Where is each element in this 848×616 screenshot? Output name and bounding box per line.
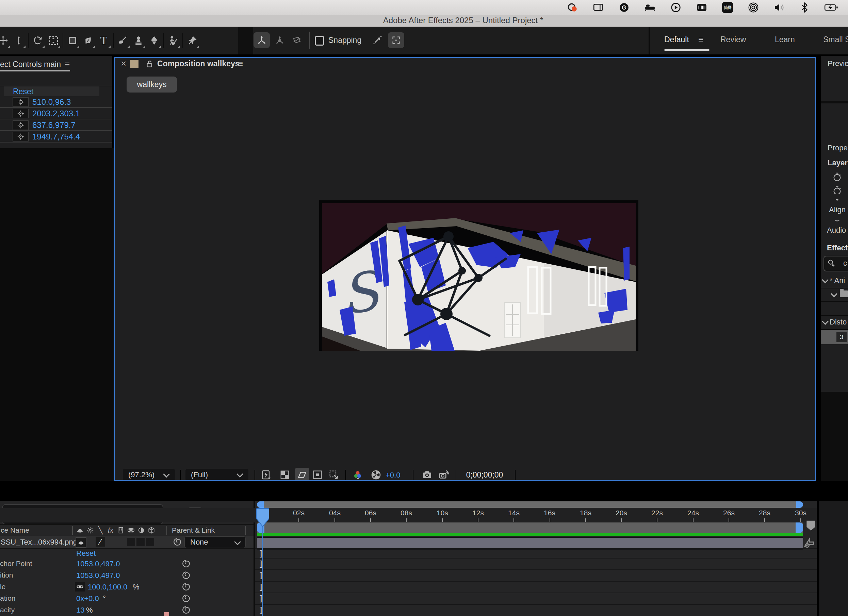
lock-open-icon[interactable] [145,59,153,68]
bluetooth-icon[interactable] [801,2,809,13]
snapping-checkbox[interactable] [315,36,324,46]
rotate-tool[interactable] [30,30,46,51]
scrollbar-handle-right[interactable] [796,501,803,508]
show-snapshot-icon[interactable] [439,469,449,480]
scale-link-toggle[interactable] [75,582,85,591]
transparency-grid-icon[interactable] [279,469,290,480]
effect-reset-link[interactable]: Reset [13,87,33,96]
properties-panel-tab[interactable]: Prope [827,144,848,153]
shy-header-icon[interactable] [75,527,85,534]
pickwhip-icon[interactable] [182,559,191,568]
layer-row[interactable]: SSU_Tex...06x994.png ∕ None [0,536,254,549]
frame-blend-header-icon[interactable] [116,527,126,534]
composition-viewport[interactable]: S [319,200,638,351]
volume-icon[interactable] [774,2,786,13]
layer-switch-box[interactable] [136,538,145,546]
playhead-handle[interactable] [256,508,269,527]
time-ruler[interactable]: 00s 02s 04s 06s 08s 10s 12s 14s 16s 18s … [0,508,817,523]
point-picker-button[interactable] [13,109,28,118]
source-name-header[interactable]: ce Name [1,526,29,535]
pen-tool[interactable] [80,30,96,51]
property-value[interactable]: 13 [76,606,85,615]
property-value[interactable]: 1053.0,497.0 [76,560,120,569]
layer-switch-box[interactable] [146,538,154,546]
play-circle-icon[interactable] [670,2,681,13]
orbit-camera-tool[interactable] [46,30,61,51]
effect-controls-title[interactable]: ect Controls main [0,60,61,69]
roto-brush-tool[interactable] [165,30,181,51]
workspace-menu-icon[interactable]: ≡ [698,34,703,45]
workspace-tab-default[interactable]: Default [664,35,689,44]
point-value[interactable]: 637.6,979.7 [32,120,76,130]
layer-quality-toggle[interactable]: ∕ [96,537,105,546]
parent-link-header[interactable]: Parent & Link [172,526,215,535]
exposure-value[interactable]: +0.0 [385,471,400,480]
brush-tool[interactable] [115,30,130,51]
align-panel-tab[interactable]: Align [829,206,846,214]
screen-record-icon[interactable] [567,2,578,13]
layer-switch-box[interactable] [127,538,135,546]
point-value[interactable]: 510.0,96.3 [32,97,71,107]
battery-icon[interactable] [824,2,839,13]
point-picker-button[interactable] [13,132,28,142]
parent-pickwhip-icon[interactable] [173,538,182,546]
panel-menu-icon[interactable]: ≡ [65,59,70,70]
point-value[interactable]: 2003.2,303.1 [32,109,80,118]
snap-along-edges-icon[interactable] [372,34,383,46]
bed-icon[interactable] [645,2,655,13]
puppet-pin-tool[interactable] [184,30,200,51]
barcode-icon[interactable] [696,2,707,13]
workspace-tab-learn[interactable]: Learn [775,35,795,44]
work-area-end-handle[interactable] [796,523,803,533]
property-value[interactable]: 1053.0,497.0 [76,571,120,580]
clone-stamp-tool[interactable] [130,30,146,51]
layer-duration-bar[interactable] [257,537,803,550]
cube-3d-header-icon[interactable] [146,527,157,534]
adjustment-header-icon[interactable] [136,527,146,534]
track-vertical-tool[interactable] [11,30,27,51]
parent-dropdown[interactable]: None [184,536,246,548]
g-app-icon[interactable]: G [619,2,630,13]
type-tool[interactable]: T [96,30,112,51]
airdrop-icon[interactable] [748,2,759,13]
local-axis-button[interactable] [254,32,270,48]
point-picker-button[interactable] [13,97,28,107]
property-value[interactable]: 100.0,100.0 [88,583,127,591]
panel-color-label[interactable] [130,60,138,68]
effects-search-input[interactable]: c [823,256,848,271]
rectangle-tool[interactable] [65,30,80,51]
pickwhip-icon[interactable] [182,571,191,580]
category-row-distortion[interactable]: Disto [821,315,848,330]
property-value[interactable]: 0x+0.0 [76,594,99,603]
point-picker-button[interactable] [13,120,28,130]
composition-panel-title[interactable]: Composition wallkeys [157,59,240,68]
effect-item-selected[interactable]: 3 [821,330,848,344]
eraser-tool[interactable] [146,30,162,51]
stopwatch-icon[interactable] [832,172,842,182]
transform-reset-link[interactable]: Reset [76,549,96,558]
take-snapshot-icon[interactable] [422,469,433,480]
time-zoom-scrollbar[interactable] [257,501,803,508]
region-of-interest-button[interactable] [295,468,309,481]
pickwhip-icon[interactable] [182,594,191,603]
point-value[interactable]: 1949.7,754.4 [32,132,80,142]
layer-source-name[interactable]: SSU_Tex...06x994.png [1,538,77,546]
workspace-tab-small-screen[interactable]: Small S [823,35,848,44]
move-tool[interactable] [0,30,11,51]
quality-header-icon[interactable]: ╲ [95,526,105,535]
zoom-dropdown[interactable]: (97.2%) [123,469,175,481]
pickwhip-icon[interactable] [182,582,191,591]
workspace-tab-review[interactable]: Review [721,35,746,44]
category-row-folder[interactable] [821,289,848,302]
collapse-header-icon[interactable] [85,527,95,534]
pickwhip-icon[interactable] [182,606,191,614]
fx-header-icon[interactable]: fx [105,526,116,535]
effects-presets-panel-tab[interactable]: Effects [827,244,848,252]
channel-icon[interactable] [352,469,363,480]
mask-visibility-icon[interactable] [312,469,323,480]
timecode-display[interactable]: 0;00;00;00 [463,469,507,481]
category-row-animation-presets[interactable]: * Ani [821,274,848,289]
comp-tab-wallkeys[interactable]: wallkeys [127,77,177,93]
motion-blur-header-icon[interactable] [126,527,136,534]
comp-marker-bin-icon[interactable] [805,519,817,532]
